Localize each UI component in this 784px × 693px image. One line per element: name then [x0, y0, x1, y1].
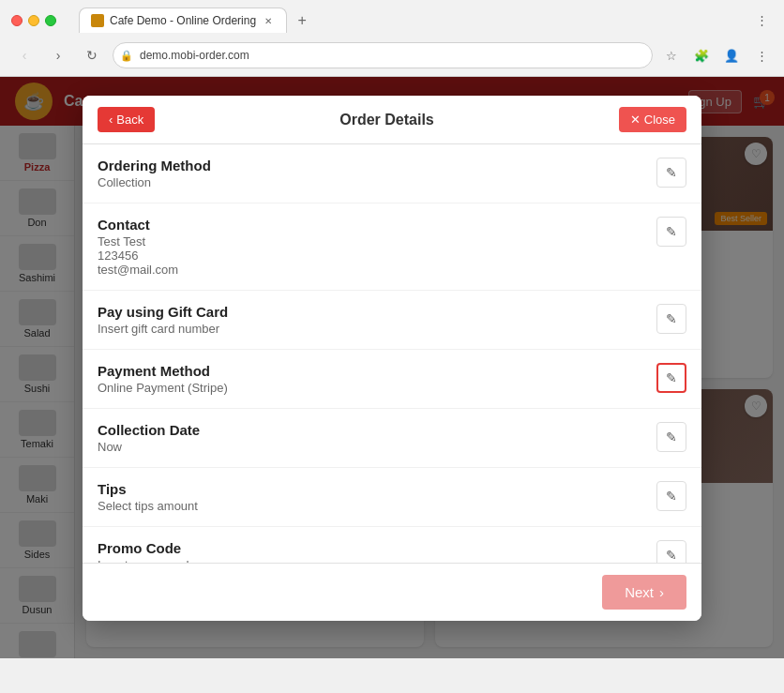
- traffic-light-yellow[interactable]: [28, 15, 39, 26]
- payment-method-content: Payment Method Online Payment (Stripe): [98, 363, 656, 395]
- profile-icon[interactable]: 👤: [720, 44, 743, 67]
- ordering-method-content: Ordering Method Collection: [98, 158, 656, 189]
- tab-title: Cafe Demo - Online Ordering: [110, 14, 256, 27]
- gift-card-label: Pay using Gift Card: [98, 304, 656, 320]
- close-x-icon: ✕: [630, 113, 641, 127]
- tips-label: Tips: [98, 481, 656, 497]
- order-details-modal: ‹ Back Order Details ✕ Close Ordering Me…: [83, 96, 701, 621]
- browser-menu-icon[interactable]: ⋮: [750, 9, 773, 32]
- tips-content: Tips Select tips amount: [98, 481, 656, 513]
- close-button[interactable]: ✕ Close: [619, 107, 686, 132]
- ordering-method-value: Collection: [98, 175, 656, 189]
- back-arrow-icon: ‹: [109, 113, 113, 127]
- next-button-label: Next: [625, 584, 654, 600]
- next-button[interactable]: Next ›: [602, 575, 686, 610]
- modal-header: ‹ Back Order Details ✕ Close: [83, 96, 701, 144]
- traffic-light-red[interactable]: [11, 15, 23, 26]
- url-text: demo.mobi-order.com: [140, 49, 249, 62]
- collection-date-value: Now: [98, 440, 656, 454]
- browser-tab[interactable]: Cafe Demo - Online Ordering ✕: [79, 8, 287, 33]
- modal-overlay: ‹ Back Order Details ✕ Close Ordering Me…: [0, 77, 784, 658]
- contact-value: Test Test123456test@mail.com: [98, 234, 656, 277]
- ordering-method-label: Ordering Method: [98, 158, 656, 173]
- bookmark-icon[interactable]: ☆: [660, 44, 683, 67]
- browser-settings-icon[interactable]: ⋮: [750, 44, 773, 67]
- back-button-label: Back: [116, 113, 143, 127]
- payment-method-value: Online Payment (Stripe): [98, 381, 656, 395]
- contact-label: Contact: [98, 217, 656, 233]
- ordering-method-row: Ordering Method Collection ✎: [83, 144, 701, 203]
- gift-card-row: Pay using Gift Card Insert gift card num…: [83, 291, 701, 350]
- gift-card-edit-button[interactable]: ✎: [656, 304, 686, 334]
- tab-close-button[interactable]: ✕: [262, 14, 275, 27]
- back-nav-button[interactable]: ‹: [11, 42, 38, 68]
- extensions-icon[interactable]: 🧩: [690, 44, 713, 67]
- ordering-method-edit-button[interactable]: ✎: [656, 158, 686, 188]
- promo-code-label: Promo Code: [98, 540, 656, 556]
- back-button[interactable]: ‹ Back: [98, 107, 155, 132]
- tips-value: Select tips amount: [98, 499, 656, 513]
- browser-chrome: Cafe Demo - Online Ordering ✕ + ⋮ ‹ › ↻ …: [0, 0, 784, 77]
- next-arrow-icon: ›: [659, 584, 664, 600]
- promo-code-edit-button[interactable]: ✎: [656, 540, 686, 563]
- lock-icon: 🔒: [120, 50, 133, 62]
- gift-card-content: Pay using Gift Card Insert gift card num…: [98, 304, 656, 336]
- tips-row: Tips Select tips amount ✎: [83, 468, 701, 527]
- modal-footer: Next ›: [83, 563, 701, 621]
- payment-method-label: Payment Method: [98, 363, 656, 379]
- new-tab-button[interactable]: +: [291, 9, 313, 32]
- reload-button[interactable]: ↻: [79, 42, 105, 68]
- contact-edit-button[interactable]: ✎: [656, 217, 686, 247]
- modal-body: Ordering Method Collection ✎ Contact Tes…: [83, 144, 701, 563]
- contact-row: Contact Test Test123456test@mail.com ✎: [83, 203, 701, 291]
- promo-code-content: Promo Code Insert promo code: [98, 540, 656, 563]
- contact-content: Contact Test Test123456test@mail.com: [98, 217, 656, 277]
- address-bar[interactable]: 🔒 demo.mobi-order.com: [113, 42, 653, 68]
- close-button-label: Close: [644, 113, 675, 127]
- collection-date-content: Collection Date Now: [98, 422, 656, 454]
- page-content: ☕ Ca gn Up 🛒 1 Pizza Don: [0, 77, 784, 658]
- payment-method-row: Payment Method Online Payment (Stripe) ✎: [83, 350, 701, 409]
- collection-date-label: Collection Date: [98, 422, 656, 438]
- forward-nav-button[interactable]: ›: [45, 42, 71, 68]
- modal-title: Order Details: [155, 112, 619, 128]
- promo-code-row: Promo Code Insert promo code ✎: [83, 527, 701, 563]
- collection-date-edit-button[interactable]: ✎: [656, 422, 686, 452]
- tab-favicon: [91, 14, 104, 27]
- tips-edit-button[interactable]: ✎: [656, 481, 686, 511]
- gift-card-value: Insert gift card number: [98, 322, 656, 336]
- collection-date-row: Collection Date Now ✎: [83, 409, 701, 468]
- traffic-light-green[interactable]: [45, 15, 56, 26]
- payment-method-edit-button[interactable]: ✎: [656, 363, 686, 393]
